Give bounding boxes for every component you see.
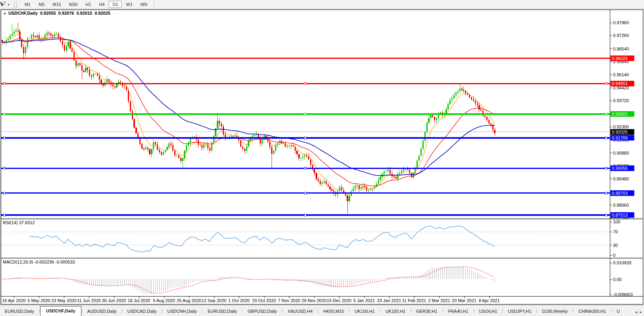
rsi-tick-label: 70	[613, 229, 618, 234]
svg-text:0.88703: 0.88703	[612, 191, 628, 196]
hline-handle[interactable]	[605, 83, 607, 85]
hline-handle[interactable]	[605, 167, 607, 169]
tabs-scroll-left-icon[interactable]: ◄	[634, 310, 638, 314]
price-tick-label: 0.96540	[613, 47, 629, 51]
chart-tab-usdcad-daily[interactable]: USDCAD,Daily	[122, 307, 161, 316]
hline-handle[interactable]	[605, 113, 607, 115]
price-tick-label: 0.90880	[613, 151, 629, 155]
chart-canvas[interactable]: 0.979600.972600.965400.958400.951400.944…	[0, 9, 644, 305]
date-tick-label: 5 May 2020	[27, 298, 50, 303]
chart-tab-uk100-h1[interactable]: UK100,H1	[381, 307, 411, 316]
timeframe-button-m1[interactable]: M1	[21, 1, 34, 8]
toolbar-grip[interactable]	[14, 2, 17, 8]
macd-tick-label: 0.010933	[613, 260, 631, 265]
hline-handle[interactable]	[304, 113, 306, 115]
price-label-chip: 0.94651	[611, 81, 634, 86]
hline-handle[interactable]	[304, 137, 306, 139]
chart-expand-icon[interactable]: ▼	[3, 12, 6, 16]
timeframe-button-d1[interactable]: D1	[109, 1, 121, 8]
chart-tab-xauusd-h4[interactable]: XAUUSD,H4	[283, 307, 317, 316]
chart-tab-dj30-weekly[interactable]: DJ30,Weekly	[537, 307, 573, 316]
timeframe-button-h1[interactable]: H1	[82, 1, 94, 8]
chart-tab-uk100-h1[interactable]: UK100,H1	[350, 307, 380, 316]
date-tick-label: 12 Sep 2020	[202, 298, 226, 303]
timeframe-button-m15[interactable]: M15	[49, 1, 65, 8]
price-label-chip: 0.88703	[611, 190, 634, 196]
tool-dropdown-caret[interactable]: ▼	[7, 3, 10, 6]
chart-tab-usdcnh-daily[interactable]: USDCNH,Daily	[162, 307, 202, 316]
svg-text:0.91709: 0.91709	[612, 136, 628, 140]
date-tick-label: 23 May 2020	[51, 298, 77, 303]
ohlc-high: 0.92076	[58, 11, 74, 16]
svg-text:0.90055: 0.90055	[612, 166, 628, 171]
chart-tab-eurusd-daily[interactable]: EURUSD,Daily	[0, 307, 39, 316]
date-tick-label: 15 Dec 2020	[327, 298, 351, 303]
hline-handle[interactable]	[605, 214, 607, 216]
chart-background	[1, 10, 643, 304]
hline-handle[interactable]	[3, 113, 5, 115]
price-label-chip: 0.90055	[611, 165, 634, 171]
date-tick-label: 8 Apr 2021	[478, 298, 499, 303]
trading-terminal: { "toolbar": { "timeframes": ["M1","M5",…	[0, 0, 644, 316]
price-label-chip: 0.96026	[611, 56, 634, 61]
svg-text:0.96026: 0.96026	[612, 56, 628, 61]
price-label-chip: 0.92025	[611, 129, 634, 135]
timeframe-button-mn[interactable]: MN	[137, 1, 151, 8]
chart-tab-hk50-m15[interactable]: HK50,M15	[318, 307, 349, 316]
chart-tab-gbpusd-daily[interactable]: GBPUSD,Daily	[243, 307, 282, 316]
chart-tab-ger30-h1[interactable]: GER30,H1	[411, 307, 442, 316]
hline-handle[interactable]	[304, 192, 306, 194]
date-tick-label: 6 Aug 2020	[153, 298, 175, 303]
date-tick-label: 26 Nov 2020	[302, 298, 326, 303]
symbol-tab-bar: EURUSD,Daily|USDCHF,Daily|AUDUSD,Daily|U…	[0, 305, 644, 316]
date-tick-label: 30 Jun 2020	[102, 298, 126, 303]
chart-symbol-label: USDCHF,Daily	[8, 11, 38, 16]
price-label-chip: 0.91709	[611, 135, 634, 141]
crosshair-cursor-icon[interactable]	[0, 1, 6, 8]
date-tick-label: 11 Feb 2021	[402, 298, 426, 303]
date-tick-label: 20 Oct 2020	[252, 298, 276, 303]
chart-tab-usdjpy-h1[interactable]: USDJPY,H1	[503, 307, 536, 316]
hline-handle[interactable]	[605, 137, 607, 139]
chart-tab-china300-h1[interactable]: CHINA300,H1	[574, 307, 611, 316]
toolbar: ▼ M1M5M15M30H1H4D1W1MN	[0, 0, 644, 9]
timeframe-button-m5[interactable]: M5	[35, 1, 48, 8]
chart-tab-fra40-h1[interactable]: FRA40,H1	[443, 307, 473, 316]
tabs-scroll-right-icon[interactable]: ►	[639, 310, 642, 314]
hline-handle[interactable]	[304, 83, 306, 85]
price-tick-label: 0.95140	[613, 72, 629, 77]
timeframe-button-h4[interactable]: H4	[95, 1, 108, 8]
svg-text:0.92025: 0.92025	[612, 130, 628, 134]
price-label-chip: 0.93001	[611, 111, 634, 117]
chart-tab-usdchf-daily[interactable]: USDCHF,Daily	[40, 306, 81, 316]
price-tick-label: 0.92300	[613, 124, 629, 129]
hline-handle[interactable]	[3, 137, 5, 139]
hline-handle[interactable]	[605, 192, 607, 194]
timeframe-button-w1[interactable]: W1	[123, 1, 137, 8]
toolbar-separator	[154, 1, 154, 8]
date-tick-label: 7 Nov 2020	[278, 298, 300, 303]
chart-tab-usoil-h1[interactable]: USOil,H1	[474, 307, 502, 316]
ohlc-open: 0.92055	[40, 11, 56, 16]
hline-handle[interactable]	[304, 167, 306, 169]
hline-handle[interactable]	[3, 192, 5, 194]
chart-title: ▼USDCHF,Daily0.920550.920760.920150.9202…	[3, 11, 110, 16]
date-tick-label: 5 Jan 2021	[353, 298, 375, 303]
timeframe-button-m30[interactable]: M30	[66, 1, 81, 8]
hline-handle[interactable]	[3, 214, 5, 216]
price-tick-label: 0.97260	[613, 33, 629, 38]
chart-tab-eurusd-daily[interactable]: EURUSD,Daily	[203, 307, 242, 316]
chart-tab-audusd-daily[interactable]: AUDUSD,Daily	[83, 307, 121, 316]
date-tick-label: 2 Mar 2021	[428, 298, 450, 303]
date-tick-label: 18 Jul 2020	[128, 298, 150, 303]
rsi-tick-label: 100	[613, 219, 620, 224]
date-tick-label: 20 Mar 2021	[452, 298, 476, 303]
hline-handle[interactable]	[3, 167, 5, 169]
price-tick-label: 0.89480	[613, 176, 629, 181]
hline-handle[interactable]	[3, 83, 5, 85]
macd-tick-label: 0.00	[613, 277, 621, 282]
macd-label: MACD(12,26,9) -0.002236 -0.000533	[3, 260, 75, 264]
chart-tab-u[interactable]: U	[612, 307, 625, 316]
hline-handle[interactable]	[304, 214, 306, 216]
rsi-tick-label: 0	[613, 253, 615, 258]
